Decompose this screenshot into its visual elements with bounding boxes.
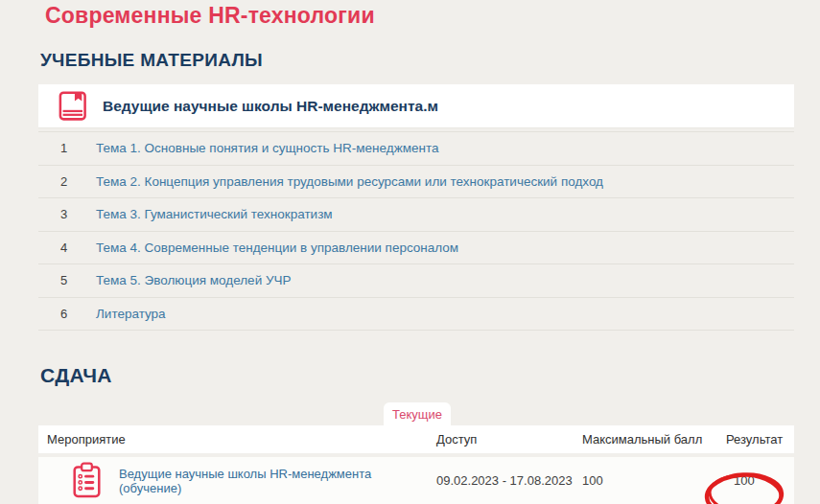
topics-list: 1 Тема 1. Основные понятия и сущность HR…: [38, 131, 794, 331]
course-title-link[interactable]: Ведущие научные школы HR-менеджмента.м: [103, 98, 438, 115]
tab-current[interactable]: Текущие: [384, 402, 451, 426]
topic-number: 3: [38, 207, 96, 221]
result-score: 100: [726, 473, 794, 488]
column-header-event: Мероприятие: [38, 432, 436, 447]
course-card[interactable]: Ведущие научные школы HR-менеджмента.м: [38, 84, 794, 128]
submission-heading: СДАЧА: [40, 364, 112, 387]
event-cell: Ведущие научные школы HR-менеджмента (об…: [38, 462, 436, 499]
page-title: Современные HR-технологии: [45, 3, 375, 29]
topic-number: 6: [38, 307, 96, 321]
list-item: 6 Литература: [38, 298, 794, 332]
column-header-result: Результат: [726, 432, 794, 447]
topic-number: 1: [38, 141, 96, 155]
topic-link[interactable]: Тема 3. Гуманистический технократизм: [96, 207, 333, 221]
event-link[interactable]: Ведущие научные школы HR-менеджмента (об…: [119, 467, 436, 495]
topic-link[interactable]: Тема 4. Современные тенденции в управлен…: [96, 241, 458, 255]
topic-link[interactable]: Тема 5. Эволюция моделей УЧР: [96, 273, 292, 287]
clipboard-icon: [72, 462, 102, 499]
list-item: 4 Тема 4. Современные тенденции в управл…: [38, 232, 794, 265]
list-item: 1 Тема 1. Основные понятия и сущность HR…: [38, 132, 794, 166]
course-page: Современные HR-технологии УЧЕБНЫЕ МАТЕРИ…: [0, 0, 820, 504]
column-header-access: Доступ: [436, 432, 582, 447]
topic-link[interactable]: Тема 1. Основные понятия и сущность HR-м…: [96, 141, 438, 155]
topic-number: 5: [38, 273, 96, 287]
table-row: Ведущие научные школы HR-менеджмента (об…: [38, 457, 794, 504]
max-score: 100: [582, 473, 726, 488]
list-item: 2 Тема 2. Концепция управления трудовыми…: [38, 166, 794, 199]
list-item: 5 Тема 5. Эволюция моделей УЧР: [38, 264, 794, 298]
result-value: 100: [734, 473, 755, 488]
column-header-max: Максимальный балл: [582, 432, 726, 447]
topic-link[interactable]: Тема 2. Концепция управления трудовыми р…: [96, 174, 603, 189]
submission-table-header: Мероприятие Доступ Максимальный балл Рез…: [38, 425, 794, 453]
materials-heading: УЧЕБНЫЕ МАТЕРИАЛЫ: [40, 50, 263, 71]
topic-link[interactable]: Литература: [96, 307, 166, 321]
book-icon: [57, 90, 88, 122]
topic-number: 4: [38, 241, 96, 255]
list-item: 3 Тема 3. Гуманистический технократизм: [38, 198, 794, 232]
access-dates: 09.02.2023 - 17.08.2023: [436, 473, 582, 488]
topic-number: 2: [38, 174, 96, 189]
